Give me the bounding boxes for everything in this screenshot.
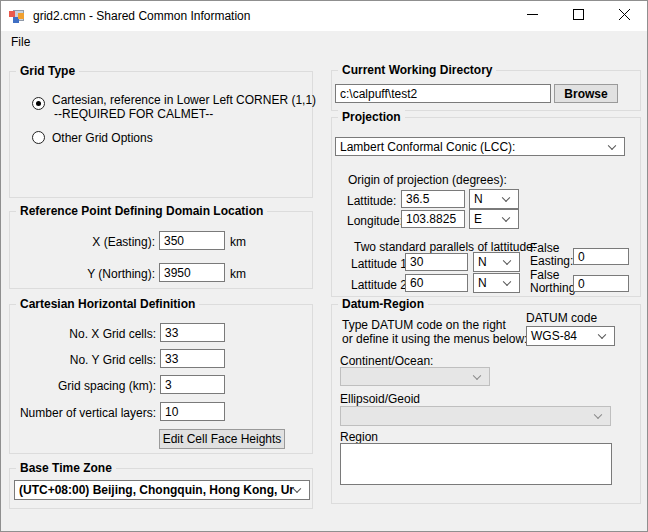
- chevron-down-icon: [502, 214, 510, 222]
- working-directory-field[interactable]: c:\calpuff\test2: [335, 84, 551, 103]
- chevron-down-icon: [503, 257, 511, 265]
- minimize-button[interactable]: [509, 1, 555, 31]
- caption-buttons: [509, 1, 647, 31]
- chevron-down-icon: [598, 331, 606, 339]
- latitude2-hemisphere-dropdown[interactable]: N: [473, 273, 520, 293]
- longitude-label: Longitude:: [347, 214, 403, 228]
- latitude-field[interactable]: 36.5: [401, 190, 465, 208]
- false-northing-field[interactable]: 0: [573, 275, 629, 292]
- x-easting-field[interactable]: 350: [159, 231, 225, 250]
- reference-point-title: Reference Point Defining Domain Location: [16, 204, 267, 218]
- app-icon: [9, 8, 25, 24]
- dialog-window: grid2.cmn - Shared Common Information Fi…: [0, 0, 648, 532]
- base-time-zone-group: Base Time Zone (UTC+08:00) Beijing, Chon…: [9, 468, 313, 509]
- latitude1-field[interactable]: 30: [405, 253, 468, 271]
- datum-code-value: WGS-84: [531, 329, 577, 343]
- region-label: Region: [340, 430, 378, 444]
- projection-group: Projection Lambert Conformal Conic (LCC)…: [331, 117, 641, 297]
- false-northing-label-line2: Northing:: [530, 281, 579, 295]
- time-zone-value: (UTC+08:00) Beijing, Chongquin, Hong Kon…: [19, 483, 294, 497]
- datum-code-dropdown[interactable]: WGS-84: [526, 326, 615, 346]
- y-northing-unit: km: [230, 267, 246, 281]
- chevron-down-icon: [503, 278, 511, 286]
- radio-unselected-icon: [32, 131, 45, 144]
- x-grid-cells-label: No. X Grid cells:: [10, 327, 156, 341]
- datum-code-label: DATUM code: [526, 311, 597, 325]
- latitude-hemisphere-value: N: [474, 192, 483, 206]
- latitude1-hemisphere-dropdown[interactable]: N: [473, 252, 520, 272]
- menu-file[interactable]: File: [1, 31, 40, 53]
- edit-cell-face-heights-button[interactable]: Edit Cell Face Heights: [159, 429, 285, 449]
- latitude1-label: Lattitude 1:: [351, 257, 410, 271]
- radio-cartesian-label-line2: --REQUIRED FOR CALMET--: [54, 107, 213, 121]
- y-northing-field[interactable]: 3950: [159, 263, 225, 282]
- false-northing-label-line1: False: [530, 268, 559, 282]
- x-easting-label: X (Easting):: [10, 235, 155, 249]
- grid-type-group: Grid Type Cartesian, reference in Lower …: [9, 71, 313, 198]
- radio-option-cartesian[interactable]: Cartesian, reference in Lower Left CORNE…: [32, 93, 308, 123]
- datum-instruction-line2: or define it using the menus below:: [342, 332, 527, 346]
- x-easting-unit: km: [230, 235, 246, 249]
- ellipsoid-geoid-dropdown: [340, 406, 611, 426]
- cartesian-definition-group: Cartesian Horizontal Definition No. X Gr…: [9, 304, 313, 454]
- chevron-down-icon: [594, 411, 602, 419]
- radio-option-other-grid[interactable]: Other Grid Options: [32, 131, 232, 147]
- projection-title: Projection: [338, 110, 405, 124]
- chevron-down-icon: [473, 371, 481, 379]
- chevron-down-icon: [502, 194, 510, 202]
- chevron-down-icon: [293, 485, 301, 493]
- latitude2-field[interactable]: 60: [405, 274, 468, 292]
- browse-button[interactable]: Browse: [554, 84, 618, 103]
- vertical-layers-field[interactable]: 10: [160, 402, 225, 421]
- grid-spacing-label: Grid spacing (km):: [10, 379, 156, 393]
- latitude-hemisphere-dropdown[interactable]: N: [469, 189, 519, 209]
- datum-instruction-line1: Type DATUM code on the right: [342, 318, 506, 332]
- longitude-hemisphere-dropdown[interactable]: E: [469, 209, 519, 229]
- region-listbox[interactable]: [340, 443, 612, 485]
- y-grid-cells-field[interactable]: 33: [160, 349, 225, 368]
- base-time-zone-title: Base Time Zone: [16, 461, 116, 475]
- continent-ocean-label: Continent/Ocean:: [340, 354, 433, 368]
- projection-dropdown[interactable]: Lambert Conformal Conic (LCC):: [335, 137, 625, 156]
- x-grid-cells-field[interactable]: 33: [160, 323, 225, 342]
- grid-type-title: Grid Type: [16, 64, 79, 78]
- grid-spacing-field[interactable]: 3: [160, 375, 225, 394]
- false-easting-label-line1: False: [530, 241, 559, 255]
- continent-ocean-dropdown: [340, 367, 490, 386]
- datum-region-title: Datum-Region: [338, 297, 428, 311]
- longitude-hemisphere-value: E: [474, 212, 482, 226]
- maximize-icon: [573, 9, 584, 23]
- close-icon: [619, 9, 630, 23]
- vertical-layers-label: Number of vertical layers:: [10, 406, 156, 420]
- latitude-label: Lattitude:: [347, 194, 396, 208]
- false-easting-label-line2: Easting:: [530, 254, 573, 268]
- projection-value: Lambert Conformal Conic (LCC):: [340, 140, 515, 154]
- radio-cartesian-label-line1: Cartesian, reference in Lower Left CORNE…: [52, 93, 316, 107]
- reference-point-group: Reference Point Defining Domain Location…: [9, 211, 313, 289]
- latitude2-hemisphere-value: N: [478, 276, 487, 290]
- origin-of-projection-label: Origin of projection (degrees):: [348, 173, 507, 187]
- minimize-icon: [527, 9, 538, 23]
- maximize-button[interactable]: [555, 1, 601, 31]
- y-grid-cells-label: No. Y Grid cells:: [10, 353, 156, 367]
- working-directory-group: Current Working Directory c:\calpuff\tes…: [331, 70, 641, 111]
- chevron-down-icon: [608, 141, 616, 149]
- latitude2-label: Lattitude 2:: [351, 278, 410, 292]
- cartesian-definition-title: Cartesian Horizontal Definition: [16, 297, 199, 311]
- radio-other-grid-label: Other Grid Options: [52, 131, 153, 145]
- false-easting-field[interactable]: 0: [573, 248, 629, 265]
- y-northing-label: Y (Northing):: [10, 267, 155, 281]
- title-bar: grid2.cmn - Shared Common Information: [1, 1, 647, 31]
- working-directory-title: Current Working Directory: [338, 63, 496, 77]
- longitude-field[interactable]: 103.8825: [401, 210, 465, 228]
- window-title: grid2.cmn - Shared Common Information: [33, 9, 250, 23]
- radio-selected-icon: [32, 97, 45, 110]
- time-zone-dropdown[interactable]: (UTC+08:00) Beijing, Chongquin, Hong Kon…: [14, 480, 310, 500]
- menu-bar: File: [1, 31, 647, 53]
- latitude1-hemisphere-value: N: [478, 255, 487, 269]
- close-button[interactable]: [601, 1, 647, 31]
- ellipsoid-geoid-label: Ellipsoid/Geoid: [340, 392, 420, 406]
- datum-region-group: Datum-Region Type DATUM code on the righ…: [331, 304, 641, 504]
